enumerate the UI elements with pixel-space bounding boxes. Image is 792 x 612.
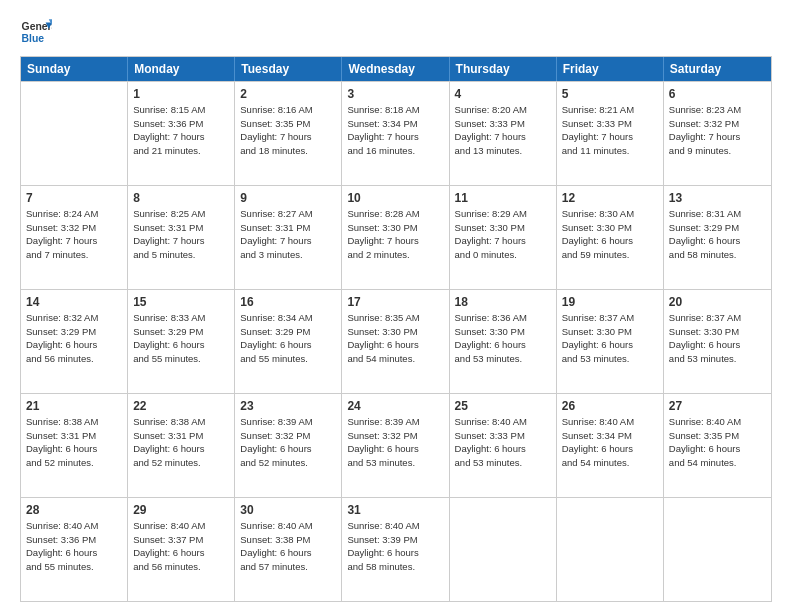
cal-row-0: 1Sunrise: 8:15 AM Sunset: 3:36 PM Daylig… — [21, 81, 771, 185]
cal-row-1: 7Sunrise: 8:24 AM Sunset: 3:32 PM Daylig… — [21, 185, 771, 289]
day-details: Sunrise: 8:32 AM Sunset: 3:29 PM Dayligh… — [26, 312, 98, 364]
day-details: Sunrise: 8:39 AM Sunset: 3:32 PM Dayligh… — [240, 416, 312, 468]
cal-cell-empty-4-4 — [450, 498, 557, 601]
day-number: 16 — [240, 294, 336, 310]
logo: General Blue — [20, 16, 52, 48]
day-details: Sunrise: 8:40 AM Sunset: 3:34 PM Dayligh… — [562, 416, 634, 468]
day-number: 4 — [455, 86, 551, 102]
day-details: Sunrise: 8:38 AM Sunset: 3:31 PM Dayligh… — [133, 416, 205, 468]
day-number: 22 — [133, 398, 229, 414]
header-day-wednesday: Wednesday — [342, 57, 449, 81]
cal-cell-30: 30Sunrise: 8:40 AM Sunset: 3:38 PM Dayli… — [235, 498, 342, 601]
day-number: 28 — [26, 502, 122, 518]
header: General Blue — [20, 16, 772, 48]
day-details: Sunrise: 8:28 AM Sunset: 3:30 PM Dayligh… — [347, 208, 419, 260]
day-number: 5 — [562, 86, 658, 102]
cal-cell-26: 26Sunrise: 8:40 AM Sunset: 3:34 PM Dayli… — [557, 394, 664, 497]
day-number: 1 — [133, 86, 229, 102]
header-day-monday: Monday — [128, 57, 235, 81]
day-details: Sunrise: 8:15 AM Sunset: 3:36 PM Dayligh… — [133, 104, 205, 156]
day-number: 20 — [669, 294, 766, 310]
day-details: Sunrise: 8:40 AM Sunset: 3:37 PM Dayligh… — [133, 520, 205, 572]
day-details: Sunrise: 8:23 AM Sunset: 3:32 PM Dayligh… — [669, 104, 741, 156]
day-details: Sunrise: 8:29 AM Sunset: 3:30 PM Dayligh… — [455, 208, 527, 260]
cal-cell-5: 5Sunrise: 8:21 AM Sunset: 3:33 PM Daylig… — [557, 82, 664, 185]
cal-cell-14: 14Sunrise: 8:32 AM Sunset: 3:29 PM Dayli… — [21, 290, 128, 393]
day-number: 13 — [669, 190, 766, 206]
cal-row-4: 28Sunrise: 8:40 AM Sunset: 3:36 PM Dayli… — [21, 497, 771, 601]
cal-cell-19: 19Sunrise: 8:37 AM Sunset: 3:30 PM Dayli… — [557, 290, 664, 393]
cal-cell-9: 9Sunrise: 8:27 AM Sunset: 3:31 PM Daylig… — [235, 186, 342, 289]
cal-cell-22: 22Sunrise: 8:38 AM Sunset: 3:31 PM Dayli… — [128, 394, 235, 497]
day-number: 3 — [347, 86, 443, 102]
cal-cell-8: 8Sunrise: 8:25 AM Sunset: 3:31 PM Daylig… — [128, 186, 235, 289]
cal-cell-1: 1Sunrise: 8:15 AM Sunset: 3:36 PM Daylig… — [128, 82, 235, 185]
day-details: Sunrise: 8:18 AM Sunset: 3:34 PM Dayligh… — [347, 104, 419, 156]
cal-cell-16: 16Sunrise: 8:34 AM Sunset: 3:29 PM Dayli… — [235, 290, 342, 393]
cal-cell-24: 24Sunrise: 8:39 AM Sunset: 3:32 PM Dayli… — [342, 394, 449, 497]
cal-cell-31: 31Sunrise: 8:40 AM Sunset: 3:39 PM Dayli… — [342, 498, 449, 601]
cal-cell-7: 7Sunrise: 8:24 AM Sunset: 3:32 PM Daylig… — [21, 186, 128, 289]
cal-cell-25: 25Sunrise: 8:40 AM Sunset: 3:33 PM Dayli… — [450, 394, 557, 497]
cal-cell-10: 10Sunrise: 8:28 AM Sunset: 3:30 PM Dayli… — [342, 186, 449, 289]
day-details: Sunrise: 8:30 AM Sunset: 3:30 PM Dayligh… — [562, 208, 634, 260]
day-details: Sunrise: 8:40 AM Sunset: 3:39 PM Dayligh… — [347, 520, 419, 572]
day-number: 24 — [347, 398, 443, 414]
day-number: 14 — [26, 294, 122, 310]
header-day-sunday: Sunday — [21, 57, 128, 81]
cal-cell-3: 3Sunrise: 8:18 AM Sunset: 3:34 PM Daylig… — [342, 82, 449, 185]
cal-cell-20: 20Sunrise: 8:37 AM Sunset: 3:30 PM Dayli… — [664, 290, 771, 393]
day-number: 10 — [347, 190, 443, 206]
cal-cell-18: 18Sunrise: 8:36 AM Sunset: 3:30 PM Dayli… — [450, 290, 557, 393]
day-number: 19 — [562, 294, 658, 310]
cal-cell-12: 12Sunrise: 8:30 AM Sunset: 3:30 PM Dayli… — [557, 186, 664, 289]
day-details: Sunrise: 8:27 AM Sunset: 3:31 PM Dayligh… — [240, 208, 312, 260]
day-number: 6 — [669, 86, 766, 102]
day-number: 30 — [240, 502, 336, 518]
calendar: SundayMondayTuesdayWednesdayThursdayFrid… — [20, 56, 772, 602]
day-details: Sunrise: 8:37 AM Sunset: 3:30 PM Dayligh… — [562, 312, 634, 364]
logo-icon: General Blue — [20, 16, 52, 48]
day-details: Sunrise: 8:40 AM Sunset: 3:33 PM Dayligh… — [455, 416, 527, 468]
cal-cell-2: 2Sunrise: 8:16 AM Sunset: 3:35 PM Daylig… — [235, 82, 342, 185]
cal-cell-23: 23Sunrise: 8:39 AM Sunset: 3:32 PM Dayli… — [235, 394, 342, 497]
day-number: 9 — [240, 190, 336, 206]
day-number: 25 — [455, 398, 551, 414]
cal-cell-empty-0-0 — [21, 82, 128, 185]
calendar-header: SundayMondayTuesdayWednesdayThursdayFrid… — [21, 57, 771, 81]
day-details: Sunrise: 8:21 AM Sunset: 3:33 PM Dayligh… — [562, 104, 634, 156]
day-details: Sunrise: 8:33 AM Sunset: 3:29 PM Dayligh… — [133, 312, 205, 364]
day-details: Sunrise: 8:20 AM Sunset: 3:33 PM Dayligh… — [455, 104, 527, 156]
cal-cell-13: 13Sunrise: 8:31 AM Sunset: 3:29 PM Dayli… — [664, 186, 771, 289]
header-day-saturday: Saturday — [664, 57, 771, 81]
cal-cell-6: 6Sunrise: 8:23 AM Sunset: 3:32 PM Daylig… — [664, 82, 771, 185]
day-details: Sunrise: 8:39 AM Sunset: 3:32 PM Dayligh… — [347, 416, 419, 468]
cal-row-2: 14Sunrise: 8:32 AM Sunset: 3:29 PM Dayli… — [21, 289, 771, 393]
cal-cell-11: 11Sunrise: 8:29 AM Sunset: 3:30 PM Dayli… — [450, 186, 557, 289]
day-number: 17 — [347, 294, 443, 310]
day-details: Sunrise: 8:40 AM Sunset: 3:36 PM Dayligh… — [26, 520, 98, 572]
cal-cell-empty-4-5 — [557, 498, 664, 601]
cal-cell-29: 29Sunrise: 8:40 AM Sunset: 3:37 PM Dayli… — [128, 498, 235, 601]
day-number: 31 — [347, 502, 443, 518]
cal-cell-4: 4Sunrise: 8:20 AM Sunset: 3:33 PM Daylig… — [450, 82, 557, 185]
day-number: 26 — [562, 398, 658, 414]
day-details: Sunrise: 8:31 AM Sunset: 3:29 PM Dayligh… — [669, 208, 741, 260]
day-number: 2 — [240, 86, 336, 102]
cal-cell-28: 28Sunrise: 8:40 AM Sunset: 3:36 PM Dayli… — [21, 498, 128, 601]
day-number: 27 — [669, 398, 766, 414]
cal-cell-empty-4-6 — [664, 498, 771, 601]
day-number: 21 — [26, 398, 122, 414]
cal-cell-15: 15Sunrise: 8:33 AM Sunset: 3:29 PM Dayli… — [128, 290, 235, 393]
day-number: 8 — [133, 190, 229, 206]
header-day-friday: Friday — [557, 57, 664, 81]
header-day-thursday: Thursday — [450, 57, 557, 81]
cal-cell-21: 21Sunrise: 8:38 AM Sunset: 3:31 PM Dayli… — [21, 394, 128, 497]
day-number: 18 — [455, 294, 551, 310]
day-details: Sunrise: 8:37 AM Sunset: 3:30 PM Dayligh… — [669, 312, 741, 364]
cal-cell-17: 17Sunrise: 8:35 AM Sunset: 3:30 PM Dayli… — [342, 290, 449, 393]
day-number: 11 — [455, 190, 551, 206]
svg-text:Blue: Blue — [22, 33, 45, 44]
day-details: Sunrise: 8:25 AM Sunset: 3:31 PM Dayligh… — [133, 208, 205, 260]
calendar-body: 1Sunrise: 8:15 AM Sunset: 3:36 PM Daylig… — [21, 81, 771, 601]
